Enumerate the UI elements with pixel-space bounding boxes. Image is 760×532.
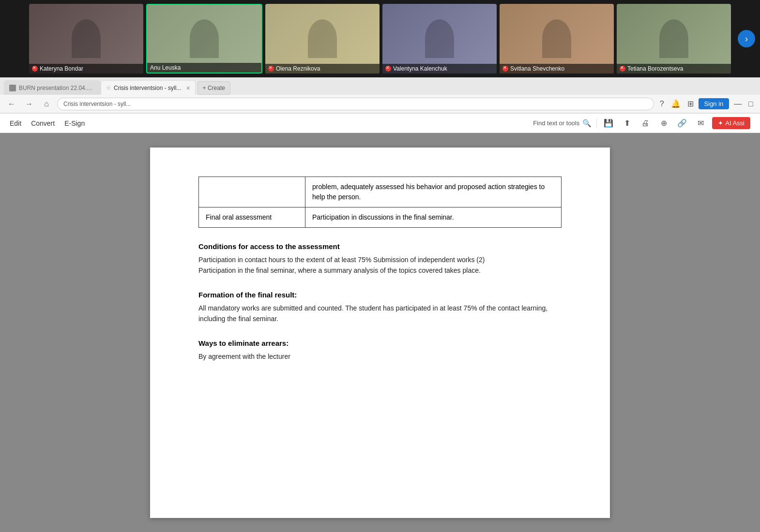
- video-tile-5: Tetiana Borozentseva: [617, 4, 731, 74]
- toolbar-divider: [596, 118, 597, 128]
- convert-button[interactable]: Convert: [31, 118, 55, 129]
- section-body-2: By agreement with the lecturer: [198, 351, 562, 362]
- participant-name-0: Kateryna Bondar: [40, 65, 83, 72]
- new-tab-button[interactable]: + Create: [198, 81, 230, 95]
- ai-icon: ✦: [718, 119, 723, 127]
- link-icon[interactable]: 🔗: [675, 117, 689, 130]
- main-content: problem, adequately assessed his behavio…: [0, 133, 760, 532]
- print-icon[interactable]: 🖨: [638, 117, 652, 130]
- table-cell-col2-1: Participation in discussions in the fina…: [305, 207, 562, 228]
- video-bar-next-button[interactable]: ›: [738, 30, 755, 47]
- section-body-1: All mandatory works are submitted and co…: [198, 303, 562, 325]
- home-button[interactable]: ⌂: [40, 97, 53, 111]
- notification-icon[interactable]: 🔔: [669, 97, 683, 110]
- table-row-0: problem, adequately assessed his behavio…: [199, 177, 562, 207]
- find-bar: Find text or tools 🔍: [533, 119, 592, 128]
- back-button[interactable]: ←: [5, 97, 18, 111]
- toolbar-right: Find text or tools 🔍 💾 ⬆ 🖨 ⊕ 🔗 ✉ ✦ AI As…: [533, 117, 750, 130]
- sign-in-button[interactable]: Sign in: [699, 98, 730, 109]
- section-heading-2: Ways to eliminate arrears:: [198, 339, 562, 347]
- video-name-1: Anu Leuska: [147, 63, 261, 73]
- tab-close-1[interactable]: ×: [186, 84, 190, 92]
- video-tile-0: Kateryna Bondar: [29, 4, 143, 74]
- table-body: problem, adequately assessed his behavio…: [199, 177, 562, 228]
- document-page: problem, adequately assessed his behavio…: [150, 148, 610, 518]
- video-tile-4: Svitlana Shevchenko: [500, 4, 614, 74]
- ai-assist-button[interactable]: ✦ AI Assi: [712, 117, 750, 129]
- mute-icon-5: [620, 66, 625, 72]
- search-icon[interactable]: 🔍: [582, 119, 592, 128]
- apps-icon[interactable]: ⊞: [685, 97, 696, 110]
- tab-favicon-0: [9, 85, 16, 91]
- participant-name-2: Olena Reznikova: [276, 65, 320, 72]
- doc-section-access-conditions: Conditions for access to the assessmentP…: [198, 242, 562, 276]
- tab-label-0: BURN presentation 22.04.2024.p...: [19, 85, 95, 91]
- participant-name-3: Valentyna Kalenchuk: [393, 65, 447, 72]
- section-heading-1: Formation of the final result:: [198, 291, 562, 299]
- video-tile-1: Anu Leuska: [146, 4, 262, 74]
- mute-icon-2: [268, 66, 274, 72]
- section-heading-0: Conditions for access to the assessment: [198, 242, 562, 251]
- table-cell-col2-0: problem, adequately assessed his behavio…: [305, 177, 562, 207]
- tab-star-1: ☆: [106, 85, 111, 91]
- nav-bar: ← → ⌂ Crisis interventsion - syll... ? 🔔…: [0, 95, 760, 113]
- doc-sections: Conditions for access to the assessmentP…: [198, 242, 562, 362]
- video-name-2: Olena Reznikova: [265, 64, 380, 74]
- browser-chrome: BURN presentation 22.04.2024.p...☆Crisis…: [0, 77, 760, 114]
- zoom-icon[interactable]: ⊕: [657, 117, 670, 130]
- video-name-5: Tetiana Borozentseva: [617, 64, 731, 74]
- nav-right-controls: ? 🔔 ⊞ Sign in — □: [658, 97, 755, 110]
- mute-icon-3: [385, 66, 391, 72]
- forward-button[interactable]: →: [22, 97, 36, 111]
- tab-bar: BURN presentation 22.04.2024.p...☆Crisis…: [0, 77, 760, 95]
- esign-button[interactable]: E-Sign: [64, 118, 85, 129]
- mute-icon-4: [502, 66, 508, 72]
- toolbar: Edit Convert E-Sign Find text or tools 🔍…: [0, 114, 760, 133]
- participant-name-1: Anu Leuska: [150, 64, 181, 71]
- email-icon[interactable]: ✉: [694, 117, 707, 130]
- minimize-icon[interactable]: —: [732, 98, 744, 110]
- browser-tab-0[interactable]: BURN presentation 22.04.2024.p...: [4, 80, 101, 95]
- browser-tab-1[interactable]: ☆Crisis interventsion - syll...×: [101, 80, 196, 95]
- mute-icon-0: [32, 66, 38, 72]
- video-name-3: Valentyna Kalenchuk: [382, 64, 497, 74]
- section-body-0: Participation in contact hours to the ex…: [198, 254, 562, 276]
- participant-name-5: Tetiana Borozentseva: [627, 65, 683, 72]
- doc-section-eliminate-arrears: Ways to eliminate arrears:By agreement w…: [198, 339, 562, 362]
- maximize-icon[interactable]: □: [746, 98, 755, 110]
- video-tile-3: Valentyna Kalenchuk: [382, 4, 497, 74]
- address-bar[interactable]: Crisis interventsion - syll...: [57, 98, 654, 110]
- ai-assist-label: AI Assi: [725, 119, 745, 127]
- table-cell-col1-0: [199, 177, 305, 207]
- video-name-4: Svitlana Shevchenko: [500, 64, 614, 74]
- save-icon[interactable]: 💾: [602, 117, 615, 130]
- edit-button[interactable]: Edit: [10, 118, 21, 129]
- table-cell-col1-1: Final oral assessment: [199, 207, 305, 228]
- assessment-table: problem, adequately assessed his behavio…: [198, 177, 562, 228]
- address-text: Crisis interventsion - syll...: [63, 101, 131, 107]
- video-name-0: Kateryna Bondar: [29, 64, 143, 74]
- find-label: Find text or tools: [533, 119, 579, 127]
- help-icon[interactable]: ?: [658, 98, 666, 110]
- video-bar: Kateryna BondarAnu LeuskaOlena Reznikova…: [0, 0, 760, 77]
- video-tile-2: Olena Reznikova: [265, 4, 380, 74]
- tab-label-1: Crisis interventsion - syll...: [114, 85, 181, 91]
- upload-icon[interactable]: ⬆: [620, 117, 634, 130]
- participant-name-4: Svitlana Shevchenko: [510, 65, 564, 72]
- doc-section-final-result: Formation of the final result:All mandat…: [198, 291, 562, 325]
- table-row-1: Final oral assessmentParticipation in di…: [199, 207, 562, 228]
